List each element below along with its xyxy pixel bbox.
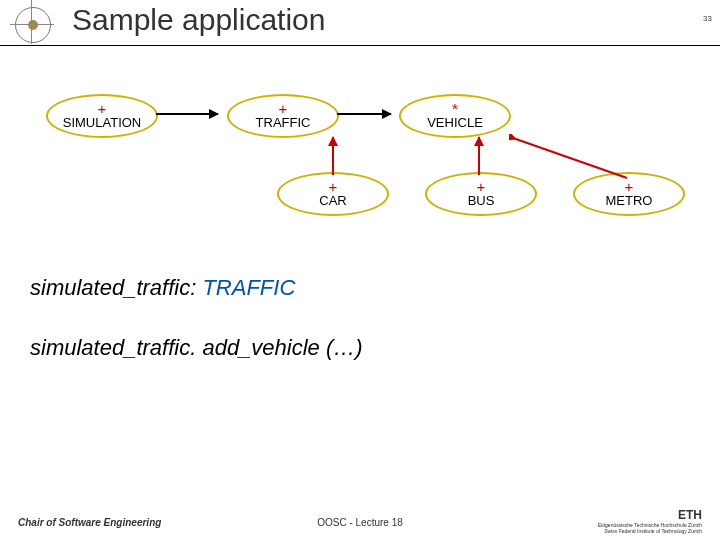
eth-subtitle: Eidgenössische Technische Hochschule Zür… bbox=[598, 522, 702, 534]
code-type: TRAFFIC bbox=[202, 275, 295, 300]
node-label: CAR bbox=[319, 194, 346, 208]
footer-eth: ETH Eidgenössische Technische Hochschule… bbox=[598, 508, 702, 534]
code-recv: simulated_traffic bbox=[30, 335, 190, 360]
code-lhs: simulated_traffic bbox=[30, 275, 190, 300]
eth-logo-text: ETH bbox=[598, 508, 702, 522]
node-mark: + bbox=[279, 102, 288, 116]
page-title: Sample application bbox=[72, 3, 326, 37]
node-label: BUS bbox=[468, 194, 495, 208]
slide-logo-icon bbox=[15, 7, 51, 43]
svg-line-0 bbox=[513, 138, 627, 178]
code-sep: : bbox=[190, 275, 202, 300]
node-vehicle: * VEHICLE bbox=[399, 94, 511, 138]
inherit-arrow-metro bbox=[509, 134, 631, 182]
node-label: VEHICLE bbox=[427, 116, 483, 130]
node-mark: + bbox=[329, 180, 338, 194]
client-arrow-traffic-vehicle bbox=[337, 113, 391, 115]
node-mark: * bbox=[452, 102, 458, 116]
code-decl: simulated_traffic: TRAFFIC bbox=[30, 275, 295, 301]
node-mark: + bbox=[625, 180, 634, 194]
node-label: TRAFFIC bbox=[256, 116, 311, 130]
logo-line-v bbox=[31, 0, 32, 44]
code-args: (…) bbox=[320, 335, 363, 360]
inherit-arrow-car bbox=[332, 137, 334, 175]
node-simulation: + SIMULATION bbox=[46, 94, 158, 138]
code-method: . add_vehicle bbox=[190, 335, 320, 360]
page-number: 33 bbox=[703, 14, 712, 23]
node-label: SIMULATION bbox=[63, 116, 142, 130]
code-call: simulated_traffic. add_vehicle (…) bbox=[30, 335, 363, 361]
node-mark: + bbox=[477, 180, 486, 194]
node-label: METRO bbox=[606, 194, 653, 208]
logo-line-h bbox=[10, 24, 54, 25]
client-arrow-sim-traffic bbox=[156, 113, 218, 115]
inherit-arrow-bus bbox=[478, 137, 480, 175]
node-car: + CAR bbox=[277, 172, 389, 216]
node-traffic: + TRAFFIC bbox=[227, 94, 339, 138]
title-underline bbox=[0, 45, 720, 46]
node-mark: + bbox=[98, 102, 107, 116]
